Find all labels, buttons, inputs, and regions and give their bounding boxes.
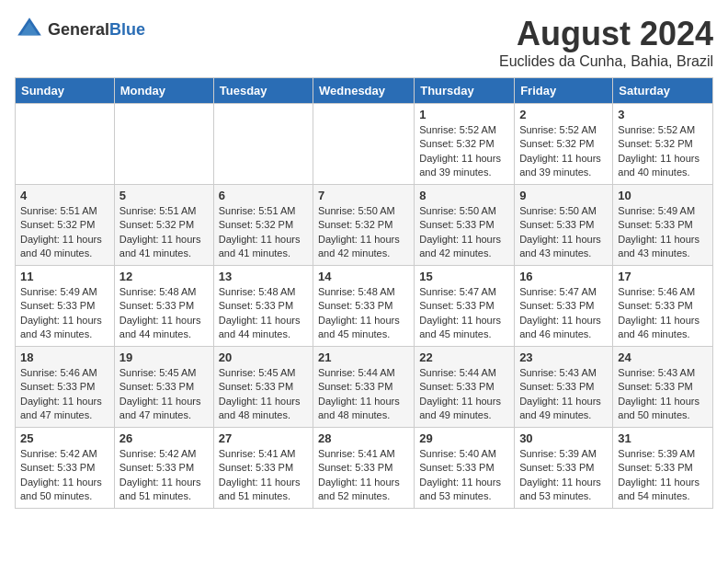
day-number: 13 xyxy=(219,270,308,283)
day-cell-19: 19Sunrise: 5:45 AMSunset: 5:33 PMDayligh… xyxy=(114,347,213,428)
day-cell-24: 24Sunrise: 5:43 AMSunset: 5:33 PMDayligh… xyxy=(613,347,713,428)
day-number: 11 xyxy=(20,270,109,283)
day-cell-21: 21Sunrise: 5:44 AMSunset: 5:33 PMDayligh… xyxy=(313,347,415,428)
location: Euclides da Cunha, Bahia, Brazil xyxy=(499,53,713,70)
day-number: 23 xyxy=(519,350,608,364)
day-info: Sunrise: 5:46 AMSunset: 5:33 PMDaylight:… xyxy=(618,285,708,342)
day-number: 6 xyxy=(219,189,308,202)
day-cell-6: 6Sunrise: 5:51 AMSunset: 5:32 PMDaylight… xyxy=(213,185,313,266)
day-info: Sunrise: 5:52 AMSunset: 5:32 PMDaylight:… xyxy=(519,123,608,180)
day-info: Sunrise: 5:50 AMSunset: 5:33 PMDaylight:… xyxy=(519,204,608,261)
day-cell-13: 13Sunrise: 5:48 AMSunset: 5:33 PMDayligh… xyxy=(213,266,313,347)
day-number: 27 xyxy=(219,431,308,445)
day-info: Sunrise: 5:51 AMSunset: 5:32 PMDaylight:… xyxy=(20,204,109,261)
day-number: 7 xyxy=(318,189,409,202)
day-info: Sunrise: 5:49 AMSunset: 5:33 PMDaylight:… xyxy=(20,285,109,342)
day-info: Sunrise: 5:45 AMSunset: 5:33 PMDaylight:… xyxy=(119,366,209,423)
calendar-table: SundayMondayTuesdayWednesdayThursdayFrid… xyxy=(15,77,713,509)
day-number: 12 xyxy=(119,270,209,283)
day-info: Sunrise: 5:48 AMSunset: 5:33 PMDaylight:… xyxy=(318,285,409,342)
col-header-tuesday: Tuesday xyxy=(213,78,313,104)
day-number: 16 xyxy=(519,270,608,283)
col-header-saturday: Saturday xyxy=(613,78,713,104)
empty-cell xyxy=(213,104,313,185)
day-number: 8 xyxy=(419,189,509,202)
day-cell-17: 17Sunrise: 5:46 AMSunset: 5:33 PMDayligh… xyxy=(613,266,713,347)
col-header-friday: Friday xyxy=(515,78,613,104)
logo-icon xyxy=(15,15,44,44)
day-info: Sunrise: 5:50 AMSunset: 5:32 PMDaylight:… xyxy=(318,204,409,261)
day-info: Sunrise: 5:39 AMSunset: 5:33 PMDaylight:… xyxy=(618,447,708,504)
day-number: 18 xyxy=(20,350,109,364)
day-cell-14: 14Sunrise: 5:48 AMSunset: 5:33 PMDayligh… xyxy=(313,266,415,347)
day-info: Sunrise: 5:48 AMSunset: 5:33 PMDaylight:… xyxy=(119,285,209,342)
day-info: Sunrise: 5:51 AMSunset: 5:32 PMDaylight:… xyxy=(119,204,209,261)
day-cell-11: 11Sunrise: 5:49 AMSunset: 5:33 PMDayligh… xyxy=(16,266,115,347)
day-cell-22: 22Sunrise: 5:44 AMSunset: 5:33 PMDayligh… xyxy=(415,347,515,428)
day-info: Sunrise: 5:47 AMSunset: 5:33 PMDaylight:… xyxy=(519,285,608,342)
day-cell-16: 16Sunrise: 5:47 AMSunset: 5:33 PMDayligh… xyxy=(515,266,613,347)
day-number: 30 xyxy=(519,431,608,445)
day-number: 20 xyxy=(219,350,308,364)
logo: GeneralBlue xyxy=(15,15,145,44)
day-number: 26 xyxy=(119,431,209,445)
day-number: 29 xyxy=(419,431,509,445)
day-info: Sunrise: 5:43 AMSunset: 5:33 PMDaylight:… xyxy=(618,366,708,423)
day-number: 31 xyxy=(618,431,708,445)
day-cell-2: 2Sunrise: 5:52 AMSunset: 5:32 PMDaylight… xyxy=(515,104,613,185)
day-info: Sunrise: 5:47 AMSunset: 5:33 PMDaylight:… xyxy=(419,285,509,342)
day-info: Sunrise: 5:52 AMSunset: 5:32 PMDaylight:… xyxy=(618,123,708,180)
day-info: Sunrise: 5:44 AMSunset: 5:33 PMDaylight:… xyxy=(318,366,409,423)
day-number: 28 xyxy=(318,431,409,445)
week-row-5: 25Sunrise: 5:42 AMSunset: 5:33 PMDayligh… xyxy=(16,428,713,509)
day-number: 10 xyxy=(618,189,708,202)
day-cell-1: 1Sunrise: 5:52 AMSunset: 5:32 PMDaylight… xyxy=(415,104,515,185)
logo-blue-text: Blue xyxy=(109,20,145,39)
day-info: Sunrise: 5:48 AMSunset: 5:33 PMDaylight:… xyxy=(219,285,308,342)
col-header-sunday: Sunday xyxy=(16,78,115,104)
day-cell-31: 31Sunrise: 5:39 AMSunset: 5:33 PMDayligh… xyxy=(613,428,713,509)
day-info: Sunrise: 5:49 AMSunset: 5:33 PMDaylight:… xyxy=(618,204,708,261)
day-number: 19 xyxy=(119,350,209,364)
day-cell-26: 26Sunrise: 5:42 AMSunset: 5:33 PMDayligh… xyxy=(114,428,213,509)
day-cell-10: 10Sunrise: 5:49 AMSunset: 5:33 PMDayligh… xyxy=(613,185,713,266)
day-cell-27: 27Sunrise: 5:41 AMSunset: 5:33 PMDayligh… xyxy=(213,428,313,509)
day-number: 4 xyxy=(20,189,109,202)
day-info: Sunrise: 5:42 AMSunset: 5:33 PMDaylight:… xyxy=(20,447,109,504)
day-cell-25: 25Sunrise: 5:42 AMSunset: 5:33 PMDayligh… xyxy=(16,428,115,509)
day-number: 5 xyxy=(119,189,209,202)
day-cell-15: 15Sunrise: 5:47 AMSunset: 5:33 PMDayligh… xyxy=(415,266,515,347)
day-cell-7: 7Sunrise: 5:50 AMSunset: 5:32 PMDaylight… xyxy=(313,185,415,266)
col-header-monday: Monday xyxy=(114,78,213,104)
day-info: Sunrise: 5:41 AMSunset: 5:33 PMDaylight:… xyxy=(318,447,409,504)
empty-cell xyxy=(114,104,213,185)
day-cell-30: 30Sunrise: 5:39 AMSunset: 5:33 PMDayligh… xyxy=(515,428,613,509)
title-block: August 2024 Euclides da Cunha, Bahia, Br… xyxy=(499,15,713,70)
day-cell-28: 28Sunrise: 5:41 AMSunset: 5:33 PMDayligh… xyxy=(313,428,415,509)
day-cell-23: 23Sunrise: 5:43 AMSunset: 5:33 PMDayligh… xyxy=(515,347,613,428)
day-cell-5: 5Sunrise: 5:51 AMSunset: 5:32 PMDaylight… xyxy=(114,185,213,266)
day-info: Sunrise: 5:40 AMSunset: 5:33 PMDaylight:… xyxy=(419,447,509,504)
week-row-3: 11Sunrise: 5:49 AMSunset: 5:33 PMDayligh… xyxy=(16,266,713,347)
calendar-header-row: SundayMondayTuesdayWednesdayThursdayFrid… xyxy=(16,78,713,104)
day-cell-20: 20Sunrise: 5:45 AMSunset: 5:33 PMDayligh… xyxy=(213,347,313,428)
day-number: 2 xyxy=(519,108,608,121)
day-cell-9: 9Sunrise: 5:50 AMSunset: 5:33 PMDaylight… xyxy=(515,185,613,266)
col-header-thursday: Thursday xyxy=(415,78,515,104)
day-info: Sunrise: 5:50 AMSunset: 5:33 PMDaylight:… xyxy=(419,204,509,261)
day-number: 3 xyxy=(618,108,708,121)
day-cell-8: 8Sunrise: 5:50 AMSunset: 5:33 PMDaylight… xyxy=(415,185,515,266)
day-cell-4: 4Sunrise: 5:51 AMSunset: 5:32 PMDaylight… xyxy=(16,185,115,266)
col-header-wednesday: Wednesday xyxy=(313,78,415,104)
day-info: Sunrise: 5:43 AMSunset: 5:33 PMDaylight:… xyxy=(519,366,608,423)
empty-cell xyxy=(16,104,115,185)
day-number: 1 xyxy=(419,108,509,121)
day-info: Sunrise: 5:39 AMSunset: 5:33 PMDaylight:… xyxy=(519,447,608,504)
day-number: 24 xyxy=(618,350,708,364)
day-number: 14 xyxy=(318,270,409,283)
empty-cell xyxy=(313,104,415,185)
day-info: Sunrise: 5:41 AMSunset: 5:33 PMDaylight:… xyxy=(219,447,308,504)
day-number: 9 xyxy=(519,189,608,202)
day-info: Sunrise: 5:42 AMSunset: 5:33 PMDaylight:… xyxy=(119,447,209,504)
day-number: 21 xyxy=(318,350,409,364)
